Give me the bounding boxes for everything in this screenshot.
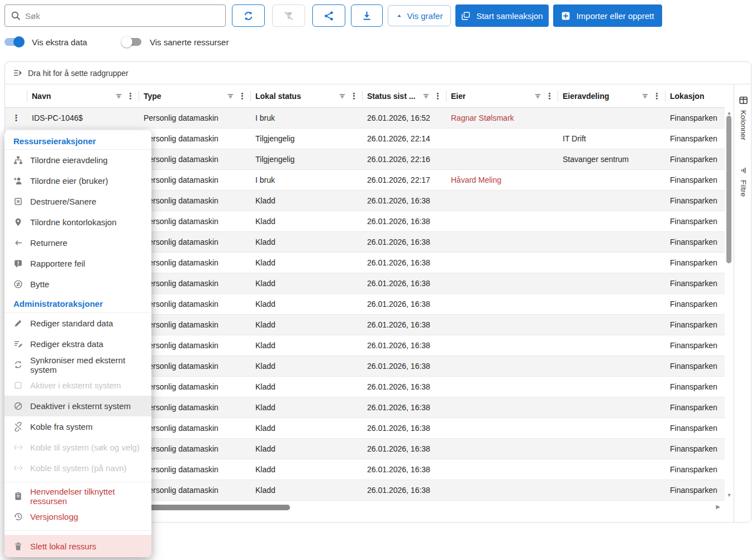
cell-eier-link[interactable]: [446, 273, 558, 293]
cell-type: Personlig datamaskin: [139, 397, 251, 417]
scroll-up-arrow[interactable]: ▲: [726, 110, 733, 116]
scroll-down-arrow[interactable]: ▼: [726, 492, 733, 498]
cell-eieravdeling: [558, 253, 665, 273]
filter-bars-icon[interactable]: [534, 92, 542, 100]
column-menu-icon[interactable]: ⋮: [434, 92, 442, 100]
tab-kolonner[interactable]: Kolonner: [734, 96, 752, 140]
tab-kolonner-label: Kolonner: [739, 110, 748, 140]
column-menu-icon[interactable]: ⋮: [653, 92, 661, 100]
cell-lokasjon: Finansparken: [665, 253, 725, 273]
header-cell-eier[interactable]: Eier ⋮: [446, 84, 558, 107]
cell-lokal-status: I bruk: [251, 108, 363, 128]
menu-item-slett-lokal-ressurs[interactable]: Slett lokal ressurs: [4, 535, 151, 557]
cell-lokal-status: Kladd: [251, 211, 363, 231]
cell-eier-link[interactable]: [446, 129, 558, 149]
filter-bars-icon[interactable]: [338, 92, 346, 100]
header-cell-eieravdeling[interactable]: Eieravdeling ⋮: [558, 84, 665, 107]
search-box[interactable]: [4, 4, 226, 27]
menu-item-rapportere-feil[interactable]: Rapportere feil: [4, 253, 151, 274]
cell-type: Personlig datamaskin: [139, 149, 251, 169]
share-button[interactable]: [312, 4, 345, 27]
header-cell-status-sist[interactable]: Status sist ... ⋮: [363, 84, 446, 107]
menu-item-returnere[interactable]: Returnere: [4, 232, 151, 253]
menu-item-koble-til-sok-velg: Koble til system (søk og velg): [4, 437, 151, 458]
scroll-right-arrow[interactable]: ▶: [716, 504, 720, 510]
filter-bars-icon[interactable]: [422, 92, 430, 100]
user-plus-icon: [13, 176, 23, 186]
menu-item-tilordne-eieravdeling[interactable]: Tilordne eieravdeling: [4, 150, 151, 170]
menu-item-deaktiver-eksternt[interactable]: Deaktiver i eksternt system: [4, 396, 151, 416]
menu-item-label: Koble til system (på navn): [30, 463, 127, 473]
cell-status-sist: 26.01.2026, 16:38: [363, 459, 446, 480]
cell-eier-link[interactable]: [446, 315, 558, 335]
cell-type: Personlig datamaskin: [139, 211, 251, 231]
cell-lokasjon: Finansparken: [665, 273, 725, 293]
cell-type: Personlig datamaskin: [139, 315, 251, 335]
cell-eier-link[interactable]: [446, 294, 558, 314]
vis-grafer-button[interactable]: Vis grafer: [388, 5, 451, 26]
cell-eier-link[interactable]: [446, 439, 558, 459]
filter-bars-icon[interactable]: [641, 92, 649, 100]
menu-item-rediger-ekstra-data[interactable]: Rediger ekstra data: [4, 334, 151, 354]
cell-eier-link[interactable]: [446, 211, 558, 231]
cell-eier-link[interactable]: [446, 149, 558, 169]
cell-eier-link[interactable]: [446, 397, 558, 417]
filter-bars-icon[interactable]: [115, 92, 123, 100]
row-group-dropzone[interactable]: Dra hit for å sette radgrupper: [5, 62, 751, 84]
cell-eier-link[interactable]: [446, 253, 558, 273]
cell-lokal-status: Kladd: [251, 253, 363, 273]
cell-lokal-status: Kladd: [251, 315, 363, 335]
refresh-button[interactable]: [232, 4, 265, 27]
cell-lokasjon: Finansparken: [665, 480, 725, 500]
filter-bars-icon[interactable]: [226, 92, 235, 100]
table-row[interactable]: ⋮ IDS-PC-1046$ Personlig datamaskin I br…: [5, 108, 725, 129]
column-menu-icon[interactable]: ⋮: [350, 92, 358, 100]
cell-eier-link[interactable]: [446, 191, 558, 211]
header-cell-actions: [5, 84, 27, 107]
menu-item-rediger-standard-data[interactable]: Rediger standard data: [4, 313, 151, 334]
cell-eier-link[interactable]: [446, 459, 558, 480]
cell-eier-link[interactable]: [446, 335, 558, 355]
clear-filter-icon: [283, 11, 294, 21]
cell-eier-link[interactable]: [446, 232, 558, 252]
vertical-scrollbar[interactable]: ▲ ▼: [725, 108, 734, 501]
header-cell-lokal-status[interactable]: Lokal status ⋮: [251, 84, 363, 107]
cell-lokasjon: Finansparken: [665, 149, 725, 169]
cell-eier-link[interactable]: [446, 480, 558, 500]
header-cell-lokasjon[interactable]: Lokasjon: [665, 84, 725, 107]
vis-ekstra-data-toggle[interactable]: [4, 38, 23, 46]
tab-filtre[interactable]: Filtre: [734, 166, 752, 197]
menu-item-henvendelser[interactable]: Henvendelser tilknyttet ressursen: [4, 486, 151, 506]
toggle-thumb: [121, 36, 132, 48]
menu-item-destruere-sanere[interactable]: Destruere/Sanere: [4, 191, 151, 212]
cell-lokasjon: Finansparken: [665, 294, 725, 314]
start-samleaksjon-button[interactable]: Start samleaksjon: [455, 4, 549, 27]
cell-eier-link[interactable]: [446, 418, 558, 438]
cell-lokal-status: Kladd: [251, 356, 363, 376]
row-actions-menu-icon[interactable]: ⋮: [12, 113, 21, 123]
cell-eier-link[interactable]: Ragnar Stølsmark: [446, 108, 558, 128]
menu-item-synkroniser[interactable]: Synkroniser med eksternt system: [4, 354, 151, 375]
menu-section-header: Administratoraksjoner: [4, 295, 151, 313]
vertical-scrollbar-thumb[interactable]: [726, 116, 731, 263]
vis-sanerte-ressurser-toggle[interactable]: [122, 38, 141, 46]
download-button[interactable]: [351, 4, 383, 27]
menu-item-koble-fra-system[interactable]: Koble fra system: [4, 416, 151, 437]
menu-item-tilordne-kontorlokasjon[interactable]: Tilordne kontorlokasjon: [4, 212, 151, 232]
menu-item-label: Deaktiver i eksternt system: [30, 401, 131, 411]
column-menu-icon[interactable]: ⋮: [126, 92, 135, 100]
menu-item-bytte[interactable]: Bytte: [4, 274, 151, 295]
menu-item-tilordne-eier[interactable]: Tilordne eier (bruker): [4, 170, 151, 191]
cell-status-sist: 26.01.2026, 22:16: [363, 149, 446, 169]
header-cell-type[interactable]: Type ⋮: [139, 84, 251, 107]
header-cell-navn[interactable]: Navn ⋮: [27, 84, 139, 107]
column-menu-icon[interactable]: ⋮: [238, 92, 246, 100]
search-input[interactable]: [25, 11, 220, 21]
start-samleaksjon-label: Start samleaksjon: [476, 11, 543, 21]
menu-item-versjonslogg[interactable]: Versjonslogg: [4, 506, 151, 527]
importer-opprett-button[interactable]: Importer eller opprett: [553, 4, 662, 27]
cell-eier-link[interactable]: [446, 356, 558, 376]
cell-eier-link[interactable]: Håvard Meling: [446, 170, 558, 190]
cell-eier-link[interactable]: [446, 377, 558, 397]
column-menu-icon[interactable]: ⋮: [545, 92, 554, 100]
